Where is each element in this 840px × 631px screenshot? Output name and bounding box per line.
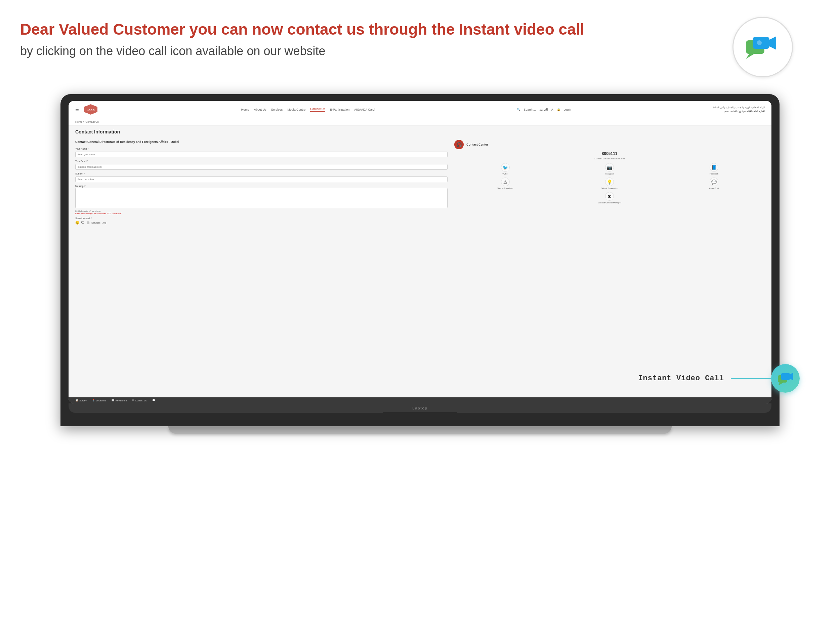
right-section: 🎧 Contact Center 8005111 Contact Center …: [454, 140, 765, 392]
form-section: Contact General Directorate of Residency…: [75, 140, 448, 392]
content-area: Contact General Directorate of Residency…: [68, 136, 772, 395]
instagram-label: Instagram: [605, 173, 614, 175]
instant-video-line: [731, 378, 771, 379]
laptop-container: ☰ LOGO Home About Us Services: [60, 94, 780, 604]
svg-rect-8: [781, 373, 790, 380]
footer-newsroom[interactable]: 📰 Newsroom: [112, 399, 127, 402]
site-header: ☰ LOGO Home About Us Services: [68, 101, 772, 118]
suggestion-label: Submit Suggestion: [601, 187, 618, 189]
logo-icon: LOGO: [82, 104, 99, 115]
arabic-link[interactable]: العربية: [539, 108, 548, 111]
cc-title: Contact Center: [466, 143, 488, 146]
service-suggestion[interactable]: 💡 Submit Suggestion: [559, 177, 661, 189]
nav-contact[interactable]: Contact Us: [310, 107, 325, 112]
subject-input[interactable]: [75, 177, 448, 182]
name-label: Your Name *: [75, 147, 448, 150]
locations-icon: 📍: [92, 399, 95, 402]
name-input[interactable]: [75, 152, 448, 157]
svg-marker-7: [778, 383, 783, 385]
headset-icon: 🎧: [454, 140, 464, 149]
laptop-stand: [168, 426, 672, 434]
message-label: Message *: [75, 185, 448, 187]
site-nav: Home About Us Services Media Centre Cont…: [241, 107, 375, 112]
hamburger-icon[interactable]: ☰: [75, 107, 79, 112]
page-title: Contact Information: [75, 129, 765, 134]
locations-label: Locations: [96, 399, 106, 402]
website-content: ☰ LOGO Home About Us Services: [68, 101, 772, 403]
message-textarea[interactable]: [75, 188, 448, 208]
footer-contact-icon: ✉: [132, 399, 134, 402]
survey-label: Survey: [79, 399, 87, 402]
instant-video-button[interactable]: [771, 364, 800, 393]
social-grid: 🐦 Twitter 📷 Instagram 📘 Facebook: [454, 163, 765, 175]
footer-contact[interactable]: ✉ Contact Us: [132, 399, 147, 402]
footer-contact-label: Contact Us: [135, 399, 147, 402]
shield-icon: 🛡: [81, 221, 85, 225]
char-count: 2000 character(s) remaining: [75, 210, 448, 212]
security-row: 🙂 🛡 ⊞ Services Jng: [75, 221, 448, 225]
complaint-icon: ⚠: [501, 177, 510, 186]
footer-survey[interactable]: 📋 Survey: [75, 399, 87, 402]
site-nav-right: 🔍 Search... العربية A 🔒 Login: [517, 108, 571, 111]
svg-marker-3: [769, 36, 776, 50]
nav-about[interactable]: About Us: [254, 108, 267, 111]
nav-aisaada[interactable]: AISAADA Card: [354, 108, 375, 111]
screen-bezel: ☰ LOGO Home About Us Services: [68, 101, 772, 403]
security-label: Security check *: [75, 217, 448, 220]
nav-media[interactable]: Media Centre: [287, 108, 305, 111]
svg-text:LOGO: LOGO: [87, 109, 95, 112]
newsroom-label: Newsroom: [115, 399, 127, 402]
font-icon: A: [551, 108, 553, 111]
service-chat[interactable]: 💬 Amer Chat: [663, 177, 765, 189]
services-label: Services: [92, 221, 101, 224]
facebook-label: Facebook: [710, 173, 718, 175]
footer-locations[interactable]: 📍 Locations: [92, 399, 106, 402]
message-field: Message * 2000 character(s) remaining En…: [75, 185, 448, 215]
services-grid: ⚠ Submit Complaint 💡 Submit Suggestion 💬…: [454, 177, 765, 189]
chat-label: Amer Chat: [709, 187, 719, 189]
announcement-title: Dear Valued Customer you can now contact…: [20, 20, 773, 39]
submit-label: Jng: [103, 221, 106, 224]
char-warn: Enter you message "No more than 2000 cha…: [75, 212, 448, 215]
svg-marker-9: [790, 372, 793, 381]
login-text[interactable]: Login: [564, 108, 571, 111]
instant-video-label: Instant Video Call: [638, 374, 724, 383]
nav-services[interactable]: Services: [271, 108, 283, 111]
social-instagram[interactable]: 📷 Instagram: [559, 163, 661, 175]
announcement-subtitle: by clicking on the video call icon avail…: [20, 44, 773, 58]
contact-general-manager[interactable]: ✉ Contact General Manager: [454, 192, 765, 204]
announcement-section: Dear Valued Customer you can now contact…: [20, 20, 773, 58]
search-icon: 🔍: [517, 108, 521, 111]
social-facebook[interactable]: 📘 Facebook: [663, 163, 765, 175]
nav-home[interactable]: Home: [241, 108, 249, 111]
laptop-shell: ☰ LOGO Home About Us Services: [60, 94, 780, 426]
chat-icon: 💬: [710, 177, 718, 186]
complaint-label: Submit Complaint: [497, 187, 513, 189]
arabic-logo: الهيئة الاتحادية للهوية والجنسية والجمار…: [713, 106, 765, 113]
survey-icon: 📋: [75, 399, 78, 402]
social-twitter[interactable]: 🐦 Twitter: [454, 163, 556, 175]
laptop-label: Laptop: [412, 406, 428, 410]
email-field: Your Email *: [75, 160, 448, 170]
form-section-title: Contact General Directorate of Residency…: [75, 140, 448, 144]
twitter-label: Twitter: [502, 173, 508, 175]
newsroom-icon: 📰: [112, 399, 115, 402]
svg-point-4: [757, 40, 762, 45]
service-complaint[interactable]: ⚠ Submit Complaint: [454, 177, 556, 189]
twitter-icon: 🐦: [501, 163, 510, 172]
contact-center-box: 🎧 Contact Center: [454, 140, 765, 149]
suggestion-icon: 💡: [605, 177, 614, 186]
contact-center-info: Contact Center: [466, 143, 488, 146]
facebook-icon: 📘: [710, 163, 718, 172]
subject-field: Subject *: [75, 172, 448, 182]
page-title-bar: Contact Information: [68, 126, 772, 136]
smile-icon: 🙂: [75, 221, 79, 225]
footer-extra[interactable]: 💬: [152, 399, 155, 402]
laptop-notch: [383, 412, 457, 417]
nav-eparticipation[interactable]: E-Participation: [330, 108, 350, 111]
email-input[interactable]: [75, 164, 448, 170]
contact-availability: Contact Center available 24/7: [454, 157, 765, 160]
video-call-icon-circle[interactable]: [733, 17, 793, 77]
search-text[interactable]: Search...: [524, 108, 536, 111]
cgm-icon: ✉: [605, 192, 614, 201]
